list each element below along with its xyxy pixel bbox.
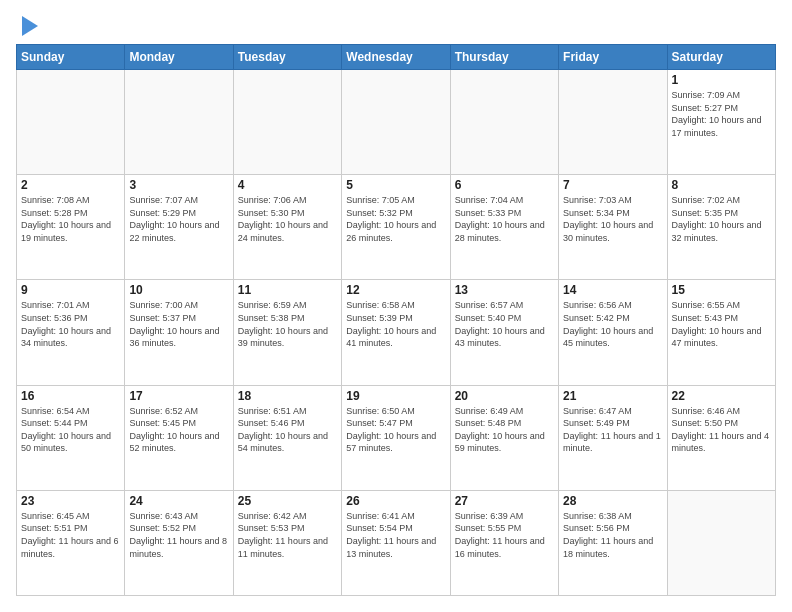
calendar-day-cell [342,70,450,175]
calendar-day-cell: 19Sunrise: 6:50 AM Sunset: 5:47 PM Dayli… [342,385,450,490]
calendar-day-cell: 6Sunrise: 7:04 AM Sunset: 5:33 PM Daylig… [450,175,558,280]
calendar-day-cell: 23Sunrise: 6:45 AM Sunset: 5:51 PM Dayli… [17,490,125,595]
day-number: 19 [346,389,445,403]
day-number: 18 [238,389,337,403]
day-number: 2 [21,178,120,192]
calendar-day-cell [667,490,775,595]
calendar-day-cell: 15Sunrise: 6:55 AM Sunset: 5:43 PM Dayli… [667,280,775,385]
calendar-day-cell: 2Sunrise: 7:08 AM Sunset: 5:28 PM Daylig… [17,175,125,280]
calendar-day-cell [125,70,233,175]
day-number: 21 [563,389,662,403]
calendar-header-day: Wednesday [342,45,450,70]
calendar-week-row: 16Sunrise: 6:54 AM Sunset: 5:44 PM Dayli… [17,385,776,490]
calendar-day-cell: 8Sunrise: 7:02 AM Sunset: 5:35 PM Daylig… [667,175,775,280]
logo [16,16,38,36]
day-info: Sunrise: 7:04 AM Sunset: 5:33 PM Dayligh… [455,194,554,244]
calendar-day-cell: 1Sunrise: 7:09 AM Sunset: 5:27 PM Daylig… [667,70,775,175]
day-info: Sunrise: 6:39 AM Sunset: 5:55 PM Dayligh… [455,510,554,560]
day-info: Sunrise: 6:42 AM Sunset: 5:53 PM Dayligh… [238,510,337,560]
day-number: 13 [455,283,554,297]
day-info: Sunrise: 7:00 AM Sunset: 5:37 PM Dayligh… [129,299,228,349]
calendar-day-cell: 21Sunrise: 6:47 AM Sunset: 5:49 PM Dayli… [559,385,667,490]
calendar-day-cell: 14Sunrise: 6:56 AM Sunset: 5:42 PM Dayli… [559,280,667,385]
calendar-week-row: 9Sunrise: 7:01 AM Sunset: 5:36 PM Daylig… [17,280,776,385]
day-number: 25 [238,494,337,508]
day-info: Sunrise: 6:49 AM Sunset: 5:48 PM Dayligh… [455,405,554,455]
day-number: 5 [346,178,445,192]
calendar-day-cell: 5Sunrise: 7:05 AM Sunset: 5:32 PM Daylig… [342,175,450,280]
day-info: Sunrise: 6:50 AM Sunset: 5:47 PM Dayligh… [346,405,445,455]
calendar-day-cell [233,70,341,175]
day-number: 12 [346,283,445,297]
calendar-week-row: 2Sunrise: 7:08 AM Sunset: 5:28 PM Daylig… [17,175,776,280]
calendar-day-cell [17,70,125,175]
day-number: 10 [129,283,228,297]
day-number: 22 [672,389,771,403]
day-number: 6 [455,178,554,192]
day-info: Sunrise: 6:58 AM Sunset: 5:39 PM Dayligh… [346,299,445,349]
header [16,16,776,36]
calendar-day-cell [559,70,667,175]
calendar-week-row: 1Sunrise: 7:09 AM Sunset: 5:27 PM Daylig… [17,70,776,175]
calendar-header-day: Sunday [17,45,125,70]
day-number: 7 [563,178,662,192]
day-info: Sunrise: 6:59 AM Sunset: 5:38 PM Dayligh… [238,299,337,349]
day-number: 8 [672,178,771,192]
calendar-day-cell: 22Sunrise: 6:46 AM Sunset: 5:50 PM Dayli… [667,385,775,490]
calendar-header-day: Monday [125,45,233,70]
day-info: Sunrise: 7:03 AM Sunset: 5:34 PM Dayligh… [563,194,662,244]
calendar-day-cell: 28Sunrise: 6:38 AM Sunset: 5:56 PM Dayli… [559,490,667,595]
calendar-day-cell: 11Sunrise: 6:59 AM Sunset: 5:38 PM Dayli… [233,280,341,385]
day-info: Sunrise: 7:01 AM Sunset: 5:36 PM Dayligh… [21,299,120,349]
day-info: Sunrise: 7:07 AM Sunset: 5:29 PM Dayligh… [129,194,228,244]
calendar-header-row: SundayMondayTuesdayWednesdayThursdayFrid… [17,45,776,70]
calendar-day-cell: 4Sunrise: 7:06 AM Sunset: 5:30 PM Daylig… [233,175,341,280]
day-info: Sunrise: 6:45 AM Sunset: 5:51 PM Dayligh… [21,510,120,560]
day-info: Sunrise: 6:38 AM Sunset: 5:56 PM Dayligh… [563,510,662,560]
calendar-day-cell: 13Sunrise: 6:57 AM Sunset: 5:40 PM Dayli… [450,280,558,385]
calendar-table: SundayMondayTuesdayWednesdayThursdayFrid… [16,44,776,596]
day-number: 9 [21,283,120,297]
calendar-day-cell: 24Sunrise: 6:43 AM Sunset: 5:52 PM Dayli… [125,490,233,595]
calendar-day-cell: 12Sunrise: 6:58 AM Sunset: 5:39 PM Dayli… [342,280,450,385]
day-info: Sunrise: 6:47 AM Sunset: 5:49 PM Dayligh… [563,405,662,455]
calendar-day-cell [450,70,558,175]
calendar-day-cell: 20Sunrise: 6:49 AM Sunset: 5:48 PM Dayli… [450,385,558,490]
day-info: Sunrise: 7:09 AM Sunset: 5:27 PM Dayligh… [672,89,771,139]
day-info: Sunrise: 7:05 AM Sunset: 5:32 PM Dayligh… [346,194,445,244]
day-info: Sunrise: 6:52 AM Sunset: 5:45 PM Dayligh… [129,405,228,455]
day-number: 14 [563,283,662,297]
calendar-day-cell: 16Sunrise: 6:54 AM Sunset: 5:44 PM Dayli… [17,385,125,490]
day-info: Sunrise: 6:46 AM Sunset: 5:50 PM Dayligh… [672,405,771,455]
day-info: Sunrise: 6:57 AM Sunset: 5:40 PM Dayligh… [455,299,554,349]
calendar-day-cell: 10Sunrise: 7:00 AM Sunset: 5:37 PM Dayli… [125,280,233,385]
calendar-header-day: Thursday [450,45,558,70]
day-info: Sunrise: 7:02 AM Sunset: 5:35 PM Dayligh… [672,194,771,244]
day-number: 20 [455,389,554,403]
calendar-header-day: Saturday [667,45,775,70]
day-number: 11 [238,283,337,297]
calendar-day-cell: 9Sunrise: 7:01 AM Sunset: 5:36 PM Daylig… [17,280,125,385]
day-info: Sunrise: 7:08 AM Sunset: 5:28 PM Dayligh… [21,194,120,244]
calendar-week-row: 23Sunrise: 6:45 AM Sunset: 5:51 PM Dayli… [17,490,776,595]
day-info: Sunrise: 6:41 AM Sunset: 5:54 PM Dayligh… [346,510,445,560]
calendar-header-day: Tuesday [233,45,341,70]
day-number: 3 [129,178,228,192]
day-info: Sunrise: 6:54 AM Sunset: 5:44 PM Dayligh… [21,405,120,455]
day-number: 28 [563,494,662,508]
day-info: Sunrise: 6:55 AM Sunset: 5:43 PM Dayligh… [672,299,771,349]
day-info: Sunrise: 6:43 AM Sunset: 5:52 PM Dayligh… [129,510,228,560]
day-number: 4 [238,178,337,192]
calendar-header-day: Friday [559,45,667,70]
calendar-day-cell: 26Sunrise: 6:41 AM Sunset: 5:54 PM Dayli… [342,490,450,595]
day-number: 24 [129,494,228,508]
day-number: 26 [346,494,445,508]
calendar-day-cell: 17Sunrise: 6:52 AM Sunset: 5:45 PM Dayli… [125,385,233,490]
day-number: 27 [455,494,554,508]
calendar-day-cell: 3Sunrise: 7:07 AM Sunset: 5:29 PM Daylig… [125,175,233,280]
day-info: Sunrise: 6:56 AM Sunset: 5:42 PM Dayligh… [563,299,662,349]
logo-arrow-icon [22,16,38,36]
day-number: 16 [21,389,120,403]
day-info: Sunrise: 6:51 AM Sunset: 5:46 PM Dayligh… [238,405,337,455]
calendar-day-cell: 25Sunrise: 6:42 AM Sunset: 5:53 PM Dayli… [233,490,341,595]
